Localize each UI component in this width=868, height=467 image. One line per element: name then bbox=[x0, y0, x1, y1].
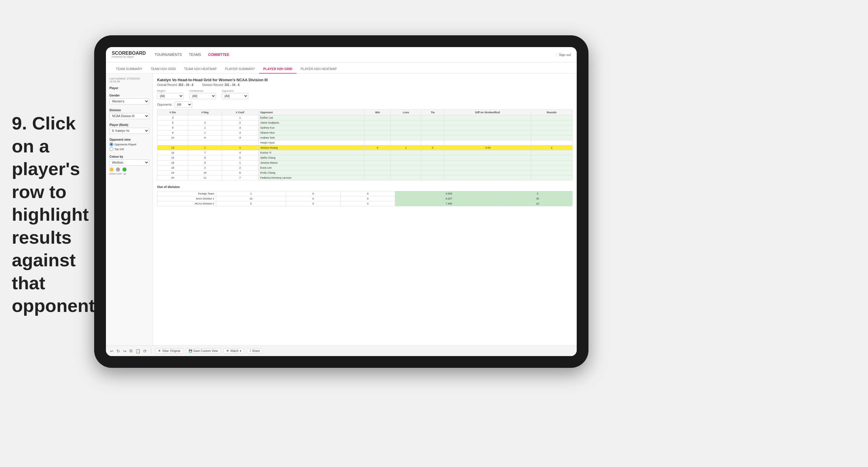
table-row[interactable]: 9 1 4 Sharon Mun bbox=[157, 130, 572, 135]
region-select[interactable]: (All) bbox=[157, 93, 184, 99]
cell-win bbox=[364, 170, 391, 176]
cell-diff bbox=[444, 160, 531, 165]
forward-icon[interactable]: ↪ bbox=[123, 349, 126, 353]
gender-select[interactable]: Women's bbox=[110, 98, 149, 104]
nav-tournaments[interactable]: TOURNAMENTS bbox=[155, 52, 182, 58]
nav-teams[interactable]: TEAMS bbox=[189, 52, 201, 58]
table-row[interactable]: NAIA Division 1 15 0 0 9.267 30 bbox=[157, 196, 572, 201]
cell-tie bbox=[421, 170, 444, 176]
redo-icon[interactable]: ↻ bbox=[117, 349, 120, 353]
table-row[interactable]: Heejin Hyun bbox=[157, 141, 572, 145]
table-row[interactable]: 10 6 3 Andrea York bbox=[157, 135, 572, 141]
cell-label: Foreign Team bbox=[157, 191, 216, 196]
nav-committee[interactable]: COMMITTEE bbox=[208, 52, 229, 58]
conference-label: Conference bbox=[189, 89, 216, 92]
tab-team-h2h-heatmap[interactable]: TEAM H2H HEATMAP bbox=[180, 65, 221, 73]
player-rank-select[interactable]: 8. Katelyn Vo bbox=[110, 128, 149, 134]
toolbar: ↩ ↻ ↪ ⧉ 📋 ⟳ 👁 View: Original 💾 Save Cust… bbox=[106, 345, 577, 356]
cell-win bbox=[364, 141, 391, 145]
table-row[interactable]: Foreign Team 1 0 0 4.500 2 bbox=[157, 191, 572, 196]
undo-icon[interactable]: ↩ bbox=[110, 349, 114, 353]
cell-opponent: Euna Lee bbox=[258, 165, 364, 170]
refresh-icon[interactable]: ⟳ bbox=[143, 349, 147, 353]
division-record: Division Record: 331 - 34 - 6 bbox=[202, 83, 240, 87]
view-original-button[interactable]: 👁 View: Original bbox=[155, 348, 183, 354]
cell-diff: 9.267 bbox=[395, 196, 503, 201]
tab-team-summary[interactable]: TEAM SUMMARY bbox=[112, 65, 147, 73]
cell-tie bbox=[421, 141, 444, 145]
gender-section: Gender Women's bbox=[110, 94, 149, 104]
cell-rounds bbox=[531, 125, 572, 130]
col-conf: # Conf bbox=[222, 110, 258, 115]
cell-diff: -3.00 bbox=[444, 145, 531, 150]
cell-diff: 4.500 bbox=[395, 191, 503, 196]
cell-rounds bbox=[531, 150, 572, 155]
cell-win bbox=[364, 165, 391, 170]
cell-loss bbox=[391, 176, 421, 180]
table-row[interactable]: 6 1 3 Sydney Kuo bbox=[157, 125, 572, 130]
cell-reg: 1 bbox=[188, 125, 222, 130]
cell-win bbox=[364, 125, 391, 130]
table-row[interactable]: 16 9 1 Jessica Mason bbox=[157, 160, 572, 165]
cell-loss: 0 bbox=[286, 196, 341, 201]
tab-player-h2h-heatmap[interactable]: PLAYER H2H HEATMAP bbox=[297, 65, 341, 73]
cell-conf: 3 bbox=[222, 135, 258, 141]
cell-diff: 7.400 bbox=[395, 201, 503, 206]
radio-opponents-played-input[interactable] bbox=[110, 143, 113, 146]
cell-diff bbox=[444, 130, 531, 135]
tab-player-h2h-grid[interactable]: PLAYER H2H GRID bbox=[259, 65, 297, 73]
division-select[interactable]: NCAA Division III bbox=[110, 113, 149, 119]
last-updated: Last Updated: 27/03/2024 16:55:38 bbox=[110, 77, 149, 83]
tab-player-summary[interactable]: PLAYER SUMMARY bbox=[221, 65, 259, 73]
gender-label: Gender bbox=[110, 94, 149, 97]
cell-rounds bbox=[531, 115, 572, 120]
radio-opponents-played: Opponents Played bbox=[110, 143, 149, 146]
cell-rounds bbox=[531, 135, 572, 141]
colour-dots bbox=[110, 167, 149, 172]
cell-div: 6 bbox=[157, 125, 188, 130]
colour-by-select[interactable]: Win/loss bbox=[110, 159, 149, 166]
radio-top100-input[interactable] bbox=[110, 147, 113, 151]
opponents-filter-row: Opponents: (All) bbox=[157, 101, 572, 108]
table-row[interactable]: 3 1 Esther Lee bbox=[157, 115, 572, 120]
table-row[interactable]: 20 11 7 Federica Domecq Lacroze bbox=[157, 176, 572, 180]
cell-diff bbox=[444, 120, 531, 125]
conference-select[interactable]: (All) bbox=[189, 93, 216, 99]
paste-icon[interactable]: 📋 bbox=[135, 349, 141, 353]
cell-loss bbox=[391, 130, 421, 135]
opponents-select[interactable]: (All) bbox=[175, 101, 192, 108]
cell-reg: 8 bbox=[188, 155, 222, 160]
watch-button[interactable]: 👁 Watch ▾ bbox=[224, 348, 244, 354]
table-row[interactable]: 18 2 2 Euna Lee bbox=[157, 165, 572, 170]
share-button[interactable]: ⤴ Share bbox=[247, 348, 263, 354]
opponent-select[interactable]: (All) bbox=[222, 93, 248, 99]
copy-icon[interactable]: ⧉ bbox=[129, 348, 132, 353]
save-custom-view-button[interactable]: 💾 Save Custom View bbox=[186, 348, 221, 354]
cell-div: 5 bbox=[157, 120, 188, 125]
cell-reg: 9 bbox=[188, 160, 222, 165]
table-row[interactable]: 15 8 5 Stella Chang bbox=[157, 155, 572, 160]
cell-div bbox=[157, 141, 188, 145]
cell-reg: 10 bbox=[188, 170, 222, 176]
table-body: 3 1 Esther Lee 5 2 bbox=[157, 115, 572, 180]
cell-win bbox=[364, 155, 391, 160]
division-section: Division NCAA Division III bbox=[110, 108, 149, 119]
conference-filter: Conference (All) bbox=[189, 89, 216, 99]
table-row[interactable]: 14 7 4 Eunice Yi bbox=[157, 150, 572, 155]
save-icon: 💾 bbox=[189, 349, 192, 352]
tab-team-h2h-grid[interactable]: TEAM H2H GRID bbox=[147, 65, 180, 73]
cell-reg bbox=[188, 115, 222, 120]
table-row-highlighted[interactable]: 13 1 1 Jessica Huang 0 1 0 -3.00 2 bbox=[157, 145, 572, 150]
cell-rounds: 30 bbox=[502, 196, 572, 201]
sign-out-button[interactable]: Sign out bbox=[559, 53, 571, 57]
cell-win bbox=[364, 120, 391, 125]
cell-diff bbox=[444, 165, 531, 170]
opponent-filter: Opponent (All) bbox=[222, 89, 248, 99]
cell-opponent: Heejin Hyun bbox=[258, 141, 364, 145]
table-row[interactable]: NCAA Division 2 5 0 0 7.400 10 bbox=[157, 201, 572, 206]
cell-win: 15 bbox=[216, 196, 286, 201]
out-of-division-body: Foreign Team 1 0 0 4.500 2 NAIA Division… bbox=[157, 191, 572, 206]
table-row[interactable]: 5 2 2 Alexis Sudjianto bbox=[157, 120, 572, 125]
cell-tie bbox=[421, 165, 444, 170]
table-row[interactable]: 19 10 6 Emily Chang bbox=[157, 170, 572, 176]
